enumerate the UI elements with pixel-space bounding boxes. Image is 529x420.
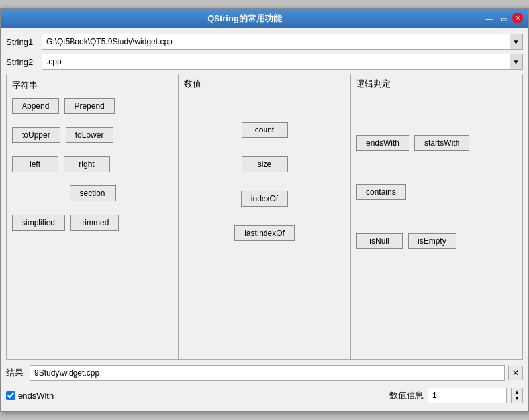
contains-row: contains — [356, 184, 517, 200]
prepend-button[interactable]: Prepend — [64, 98, 114, 114]
main-section: 字符串 Append Prepend toUpper toLower left … — [6, 74, 523, 360]
string-panel: 字符串 Append Prepend toUpper toLower left … — [7, 74, 179, 359]
lastindexof-button[interactable]: lastIndexOf — [234, 225, 295, 241]
append-prepend-row: Append Prepend — [12, 98, 173, 114]
minimize-button[interactable]: — — [483, 13, 495, 25]
endswith-button[interactable]: endsWith — [356, 135, 409, 151]
main-window: QString的常用功能 — ▭ ✕ String1 ▼ String2 ▼ — [0, 8, 529, 412]
left-right-row: left right — [12, 156, 173, 172]
string2-dropdown-arrow[interactable]: ▼ — [510, 54, 523, 70]
isnull-isempty-row: isNull isEmpty — [356, 233, 517, 249]
section-row: section — [12, 185, 173, 201]
simplified-trimmed-row: simplified trimmed — [12, 215, 173, 231]
numeric-info-input[interactable] — [428, 388, 507, 403]
endswith-startswith-row: endsWith startsWith — [356, 135, 517, 151]
checkbox-label: endsWith — [18, 391, 54, 401]
toupper-button[interactable]: toUpper — [12, 127, 60, 143]
spin-down-icon: ▼ — [514, 396, 520, 401]
numeric-info-label: 数值信息 — [389, 390, 424, 401]
window-controls: — ▭ ✕ — [483, 13, 523, 25]
checkbox-area: endsWith — [6, 391, 54, 401]
result-input[interactable] — [30, 365, 505, 381]
window-title: QString的常用功能 — [6, 13, 483, 25]
isempty-button[interactable]: isEmpty — [408, 233, 456, 249]
content-area: String1 ▼ String2 ▼ 字符串 Append Pr — [1, 28, 528, 411]
toupper-tolower-row: toUpper toLower — [12, 127, 173, 143]
clear-button[interactable]: ✕ — [508, 366, 523, 380]
string1-label: String1 — [6, 37, 38, 47]
result-row: 结果 ✕ — [6, 364, 523, 382]
restore-button[interactable]: ▭ — [498, 13, 510, 25]
string2-row: String2 ▼ — [6, 54, 523, 70]
logic-panel: 逻辑判定 endsWith startsWith contains isNull… — [351, 74, 522, 359]
append-button[interactable]: Append — [12, 98, 59, 114]
logic-buttons-area: endsWith startsWith contains isNull isEm… — [356, 95, 517, 249]
string1-combo: ▼ — [42, 34, 523, 50]
string2-label: String2 — [6, 57, 38, 67]
endswith-checkbox[interactable] — [6, 391, 15, 400]
right-button[interactable]: right — [64, 156, 110, 172]
size-button[interactable]: size — [242, 156, 288, 172]
numeric-buttons-area: count size indexOf lastIndexOf — [184, 95, 345, 241]
count-button[interactable]: count — [242, 122, 288, 138]
logic-panel-title: 逻辑判定 — [356, 78, 517, 90]
string2-input[interactable] — [42, 54, 510, 70]
title-bar: QString的常用功能 — ▭ ✕ — [1, 9, 528, 28]
string1-input[interactable] — [42, 34, 510, 50]
status-row: endsWith 数值信息 ▲ ▼ — [6, 385, 523, 406]
numeric-info-area: 数值信息 ▲ ▼ — [389, 388, 523, 403]
contains-button[interactable]: contains — [356, 184, 406, 200]
startswith-button[interactable]: startsWith — [414, 135, 469, 151]
result-label: 结果 — [6, 367, 26, 379]
string-buttons-area: Append Prepend toUpper toLower left righ… — [12, 98, 173, 231]
string-panel-title: 字符串 — [12, 79, 173, 91]
section-button[interactable]: section — [70, 185, 116, 201]
string2-combo: ▼ — [42, 54, 523, 70]
tolower-button[interactable]: toLower — [66, 127, 114, 143]
spin-button[interactable]: ▲ ▼ — [511, 388, 523, 403]
trimmed-button[interactable]: trimmed — [70, 215, 119, 231]
spin-up-icon: ▲ — [514, 390, 520, 395]
indexof-button[interactable]: indexOf — [241, 191, 288, 207]
simplified-button[interactable]: simplified — [12, 215, 65, 231]
numeric-panel-title: 数值 — [184, 78, 345, 90]
string1-row: String1 ▼ — [6, 34, 523, 50]
string1-dropdown-arrow[interactable]: ▼ — [510, 34, 523, 50]
numeric-panel: 数值 count size indexOf lastIndexOf — [179, 74, 351, 359]
left-button[interactable]: left — [12, 156, 58, 172]
isnull-button[interactable]: isNull — [356, 233, 403, 249]
close-button[interactable]: ✕ — [512, 13, 523, 23]
